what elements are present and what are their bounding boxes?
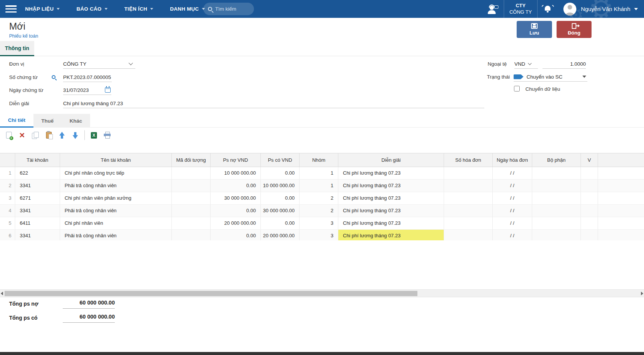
move-down-button[interactable] [70,129,80,141]
cell[interactable] [598,180,644,192]
cell[interactable] [598,217,644,229]
cell[interactable]: 2 [0,180,15,192]
cell[interactable]: 2 [300,192,338,204]
currency-select[interactable]: VND [514,59,538,69]
cell[interactable] [172,180,211,192]
cell[interactable]: / / [493,217,532,229]
column-header[interactable]: Diễn giải [338,153,444,167]
cell[interactable]: 3341 [15,205,60,217]
calendar-icon[interactable] [105,87,111,93]
cell[interactable] [532,217,581,229]
cell[interactable]: 6411 [15,217,60,229]
menu-icon[interactable] [5,5,17,13]
column-header[interactable]: Ps nợ VND [211,153,261,167]
cell[interactable]: Phải trả công nhân viên [60,180,172,192]
don-vi-select[interactable]: CÔNG TY [63,59,135,69]
menu-nhap-lieu[interactable]: NHẬP LIỆU [25,6,60,12]
cell[interactable]: 2 [300,205,338,217]
cell[interactable]: Phải trả công nhân viên [60,205,172,217]
horizontal-scrollbar[interactable] [0,289,644,297]
cell[interactable] [598,205,644,217]
export-excel-button[interactable]: X [89,129,99,141]
scroll-left-arrow[interactable] [1,292,3,295]
cell[interactable]: Chi phí lương tháng 07.23 [338,230,444,240]
cell[interactable] [532,180,581,192]
tab-khac[interactable]: Khác [62,114,90,128]
cell[interactable]: 30 000 000.00 [211,192,261,204]
column-header[interactable] [0,153,15,167]
cell[interactable] [532,205,581,217]
cell[interactable]: 0.00 [211,180,261,192]
print-button[interactable] [102,129,112,141]
cell[interactable] [532,230,581,240]
scrollbar-thumb[interactable] [5,291,417,296]
cell[interactable] [172,217,211,229]
status-select[interactable]: Chuyển vào SC [514,72,587,82]
column-header[interactable]: Bộ phận [532,153,581,167]
add-row-button[interactable] [4,129,14,141]
cell[interactable]: / / [493,230,532,240]
cell[interactable]: 10 000 000.00 [211,167,261,179]
cell[interactable] [532,167,581,179]
cell[interactable] [581,205,598,217]
cell[interactable]: 1 [300,180,338,192]
cell[interactable]: / / [493,192,532,204]
column-header[interactable]: Tên tài khoản [60,153,172,167]
cell[interactable]: 0.00 [261,217,300,229]
delete-row-button[interactable]: × [17,129,27,141]
cell[interactable]: 20 000 000.00 [261,230,300,240]
close-button[interactable]: Đóng [557,21,592,38]
notifications-button[interactable] [538,0,558,18]
user-menu[interactable]: Nguyễn Văn Khánh [558,0,644,18]
cell[interactable] [444,180,493,192]
scroll-right-arrow[interactable] [641,292,643,295]
cell[interactable]: 1 [0,167,15,179]
cell[interactable]: 1 [300,167,338,179]
cell[interactable] [532,192,581,204]
cell[interactable] [581,180,598,192]
tab-thong-tin[interactable]: Thông tin [0,41,34,56]
search-input[interactable] [215,6,247,12]
cell[interactable]: / / [493,180,532,192]
column-header[interactable]: Ngày hóa đơn [493,153,532,167]
cell[interactable] [581,217,598,229]
cell[interactable] [581,230,598,240]
cell[interactable]: 3 [300,230,338,240]
cell[interactable]: Chi phí nhân công trực tiếp [60,167,172,179]
tab-chi-tiet[interactable]: Chi tiết [0,114,33,128]
menu-bao-cao[interactable]: BÁO CÁO [76,6,108,12]
column-header[interactable] [598,153,644,167]
save-button[interactable]: Lưu [517,21,552,38]
cell[interactable]: 0.00 [211,230,261,240]
cell[interactable]: Chi phí lương tháng 07.23 [338,180,444,192]
column-header[interactable]: Ps có VND [261,153,300,167]
cell[interactable]: 5 [0,217,15,229]
cell[interactable] [598,192,644,204]
cell[interactable] [444,167,493,179]
cell[interactable] [598,230,644,240]
cell[interactable]: Phải trả công nhân viên [60,230,172,240]
cell[interactable]: Chi phí nhân viên phân xưởng [60,192,172,204]
company-selector[interactable]: CTY CÔNG TY [504,0,537,18]
column-header[interactable]: Mã đối tượng [172,153,211,167]
cell[interactable]: Chi phí lương tháng 07.23 [338,217,444,229]
chuyen-du-lieu-checkbox[interactable] [514,86,520,92]
copy-button[interactable] [30,129,40,141]
cell[interactable]: 3 [300,217,338,229]
cell[interactable] [172,192,211,204]
cell[interactable]: 6 [0,230,15,240]
cell[interactable]: 30 000 000.00 [261,205,300,217]
menu-danh-muc[interactable]: DANH MỤC [170,6,205,12]
cell[interactable] [444,192,493,204]
cell[interactable] [172,230,211,240]
cell[interactable] [581,167,598,179]
cell[interactable] [172,167,211,179]
cell[interactable]: 3 [0,192,15,204]
cell[interactable]: Chi phí lương tháng 07.23 [338,205,444,217]
exchange-rate-input[interactable] [542,59,586,69]
tab-thue[interactable]: Thuế [33,114,62,128]
column-header[interactable]: Tài khoản [15,153,60,167]
ngay-chung-tu-field[interactable]: 31/07/2023 [63,85,111,95]
paste-button[interactable] [44,129,54,141]
cell[interactable] [444,205,493,217]
